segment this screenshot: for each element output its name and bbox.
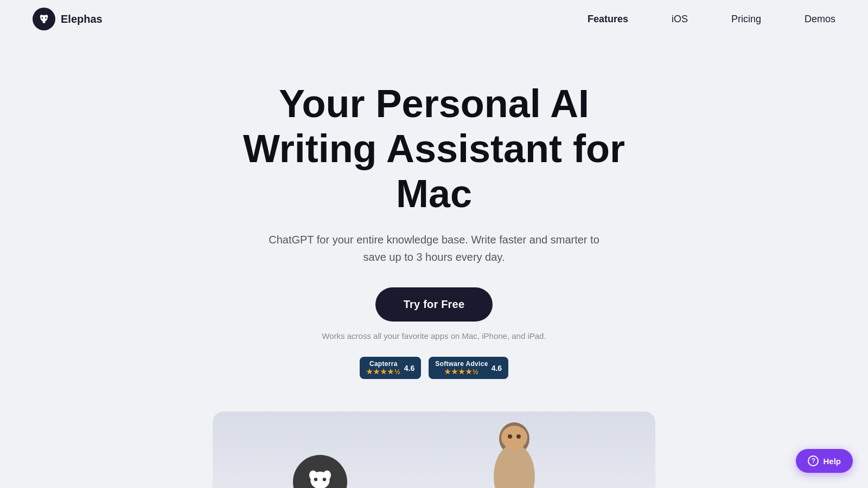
rating-badges: Capterra ★★★★½ 4.6 Software Advice ★★★★½… [360,357,508,379]
svg-point-12 [323,478,326,481]
help-label: Help [823,457,841,466]
nav-ios[interactable]: iOS [672,14,688,24]
svg-rect-4 [42,21,45,23]
svg-point-6 [45,17,47,19]
capterra-stars: ★★★★½ [366,368,401,376]
logo-text: Elephas [61,13,103,25]
nav-demos[interactable]: Demos [805,14,835,24]
softwareadvice-score: 4.6 [492,364,502,373]
svg-point-14 [494,444,535,488]
navbar: Elephas Features iOS Pricing Demos [0,0,868,38]
logo-icon [33,8,55,30]
demo-preview [213,412,655,488]
softwareadvice-badge[interactable]: Software Advice ★★★★½ 4.6 [429,357,508,379]
nav-features[interactable]: Features [588,14,628,24]
nav-pricing[interactable]: Pricing [731,14,761,24]
svg-point-11 [314,478,317,481]
works-text: Works across all your favorite apps on M… [322,331,546,341]
hero-section: Your Personal AI Writing Assistant for M… [0,38,868,488]
hero-title: Your Personal AI Writing Assistant for M… [243,81,625,216]
svg-point-17 [516,434,521,439]
try-for-free-button[interactable]: Try for Free [375,287,493,322]
capterra-badge[interactable]: Capterra ★★★★½ 4.6 [360,357,421,379]
softwareadvice-label: Software Advice [435,360,488,368]
nav-links: Features iOS Pricing Demos [588,14,835,25]
demo-person [482,422,547,488]
help-icon: ? [808,455,819,466]
svg-point-16 [508,434,512,439]
softwareadvice-stars: ★★★★½ [435,368,488,376]
logo-link[interactable]: Elephas [33,8,103,30]
help-button[interactable]: ? Help [796,449,853,473]
svg-point-15 [501,426,527,450]
capterra-label: Capterra [366,360,401,368]
capterra-score: 4.6 [404,364,414,373]
svg-point-5 [41,17,43,19]
demo-elephant-avatar [293,455,347,488]
hero-subtitle: ChatGPT for your entire knowledge base. … [260,231,608,266]
